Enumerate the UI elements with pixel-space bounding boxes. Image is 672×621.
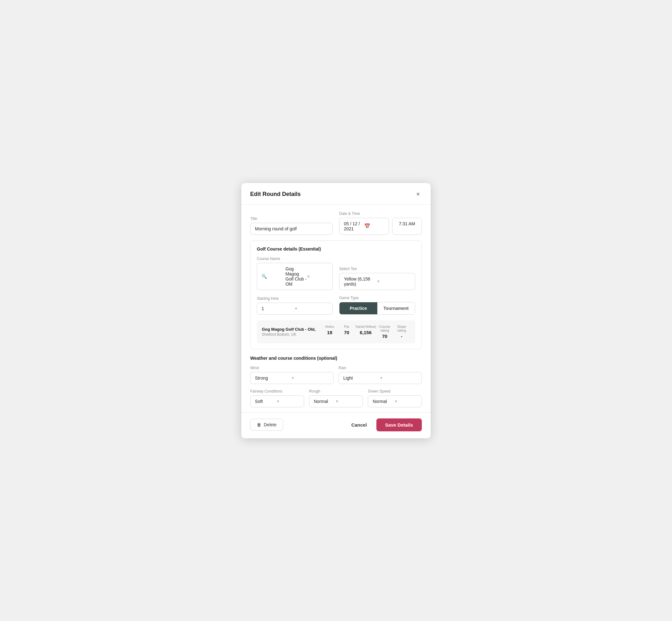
green-speed-group: Green Speed Normal ▾ [368,389,422,407]
starting-hole-label: Starting Hole [257,296,333,301]
chevron-down-icon-6: ▾ [336,399,358,404]
chevron-down-icon-5: ▾ [277,399,299,404]
fairway-label: Fairway Conditions [250,389,304,394]
rough-label: Rough [309,389,363,394]
course-rating-stat: Course rating 70 [376,325,393,339]
chevron-down-icon-4: ▾ [380,375,417,380]
date-value: 05 / 12 / 2021 [344,221,364,231]
chevron-down-icon: ▾ [377,279,411,284]
footer-right: Cancel Save Details [347,418,422,431]
weather-section: Weather and course conditions (optional)… [250,356,422,407]
rough-dropdown[interactable]: Normal ▾ [309,396,363,407]
par-label: Par [338,325,355,329]
edit-round-modal: Edit Round Details × Title Date & Time 0… [241,183,431,438]
holes-label: Holes [321,325,338,329]
fairway-dropdown[interactable]: Soft ▾ [250,396,304,407]
close-button[interactable]: × [414,190,422,199]
delete-button[interactable]: 🗑 Delete [250,419,283,431]
course-name-label: Course Name [257,256,333,261]
modal-header: Edit Round Details × [241,183,431,204]
slope-rating-stat: Slope rating - [393,325,410,339]
save-button[interactable]: Save Details [376,418,422,431]
course-info-name: Gog Magog Golf Club - Old, [262,327,321,332]
wind-value: Strong [255,375,292,380]
course-rating-label: Course rating [376,325,393,332]
datetime-group: Date & Time 05 / 12 / 2021 📅 7:31 AM [339,211,422,235]
starting-hole-value: 1 [261,306,295,311]
course-name-value: Gog Magog Golf Club - Old [286,266,307,287]
rain-group: Rain Light ▾ [339,366,422,384]
select-tee-dropdown[interactable]: Yellow (6,156 yards) ▾ [339,273,415,290]
par-stat: Par 70 [338,325,355,339]
green-speed-label: Green Speed [368,389,422,394]
date-time-inputs: 05 / 12 / 2021 📅 7:31 AM [339,218,422,235]
course-info-location: Shelford Bottom, UK [262,332,321,337]
rain-dropdown[interactable]: Light ▾ [339,372,422,384]
yards-stat: Yards(Yellow) 6,156 [355,325,376,339]
yards-label: Yards(Yellow) [355,325,376,329]
title-label: Title [250,216,333,221]
rain-value: Light [343,375,380,380]
delete-label: Delete [264,422,277,427]
course-info-box: Gog Magog Golf Club - Old, Shelford Bott… [257,320,415,343]
slope-rating-label: Slope rating [393,325,410,332]
tournament-button[interactable]: Tournament [377,302,415,314]
course-stats: Holes 18 Par 70 Yards(Yellow) 6,156 Cour… [321,325,410,339]
time-input[interactable]: 7:31 AM [392,218,422,235]
course-name-input[interactable]: 🔍 Gog Magog Golf Club - Old ✕ [257,263,333,290]
hole-gametype-row: Starting Hole 1 ▾ Game Type Practice Tou… [257,296,415,315]
select-tee-value: Yellow (6,156 yards) [344,277,377,287]
rain-label: Rain [339,366,422,370]
game-type-toggle: Practice Tournament [339,302,415,315]
wind-dropdown[interactable]: Strong ▾ [250,372,333,384]
time-value: 7:31 AM [399,221,415,226]
wind-rain-row: Wind Strong ▾ Rain Light ▾ [250,366,422,384]
fairway-rough-green-row: Fairway Conditions Soft ▾ Rough Normal ▾… [250,389,422,407]
green-speed-value: Normal [373,399,395,404]
fairway-group: Fairway Conditions Soft ▾ [250,389,304,407]
game-type-label: Game Type [339,296,415,300]
holes-stat: Holes 18 [321,325,338,339]
chevron-down-icon-7: ▾ [395,399,417,404]
modal-footer: 🗑 Delete Cancel Save Details [241,412,431,438]
rough-value: Normal [314,399,336,404]
calendar-icon: 📅 [364,223,384,229]
course-rating-value: 70 [376,334,393,339]
wind-group: Wind Strong ▾ [250,366,333,384]
date-input[interactable]: 05 / 12 / 2021 📅 [339,218,389,235]
holes-value: 18 [321,330,338,335]
title-datetime-row: Title Date & Time 05 / 12 / 2021 📅 7:31 … [250,211,422,235]
wind-label: Wind [250,366,333,370]
rough-group: Rough Normal ▾ [309,389,363,407]
select-tee-group: Select Tee Yellow (6,156 yards) ▾ [339,266,415,290]
modal-title: Edit Round Details [250,191,301,198]
chevron-down-icon-3: ▾ [292,375,329,380]
cancel-button[interactable]: Cancel [347,419,371,431]
practice-button[interactable]: Practice [339,302,377,314]
modal-body: Title Date & Time 05 / 12 / 2021 📅 7:31 … [241,204,431,407]
course-section-title: Golf Course details (Essential) [257,246,415,251]
starting-hole-group: Starting Hole 1 ▾ [257,296,333,315]
search-icon: 🔍 [261,274,283,279]
starting-hole-dropdown[interactable]: 1 ▾ [257,303,333,315]
weather-section-title: Weather and course conditions (optional) [250,356,422,361]
slope-rating-value: - [393,334,410,339]
title-group: Title [250,216,333,235]
trash-icon: 🗑 [257,422,261,427]
chevron-down-icon-2: ▾ [295,306,328,311]
fairway-value: Soft [255,399,277,404]
title-input[interactable] [250,223,333,235]
datetime-label: Date & Time [339,211,422,216]
select-tee-label: Select Tee [339,266,415,271]
green-speed-dropdown[interactable]: Normal ▾ [368,396,422,407]
golf-course-section: Golf Course details (Essential) Course N… [250,241,422,349]
game-type-group: Game Type Practice Tournament [339,296,415,315]
course-name-group: Course Name 🔍 Gog Magog Golf Club - Old … [257,256,333,290]
clear-icon[interactable]: ✕ [307,274,328,279]
course-info-name-group: Gog Magog Golf Club - Old, Shelford Bott… [262,327,321,337]
par-value: 70 [338,330,355,335]
yards-value: 6,156 [355,330,376,335]
course-tee-row: Course Name 🔍 Gog Magog Golf Club - Old … [257,256,415,290]
